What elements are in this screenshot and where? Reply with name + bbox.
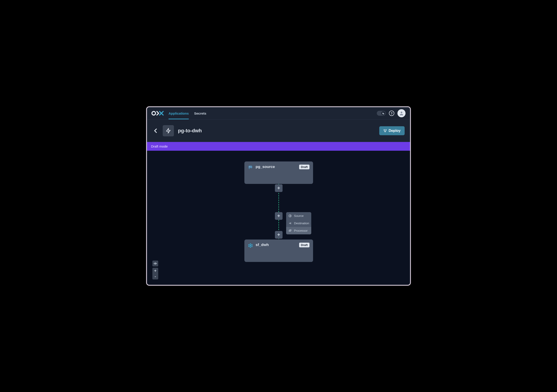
page-header: pg-to-dwh Deploy xyxy=(147,120,410,142)
menu-item-processor[interactable]: Processor xyxy=(286,227,311,234)
svg-point-9 xyxy=(155,263,156,264)
menu-item-destination[interactable]: Destination xyxy=(286,220,311,227)
processor-icon xyxy=(288,229,292,232)
deploy-label: Deploy xyxy=(389,129,401,133)
svg-point-2 xyxy=(384,129,385,130)
zoom-out-button[interactable]: - xyxy=(152,274,158,280)
app-icon xyxy=(163,125,174,136)
topbar-right: ? xyxy=(377,109,406,117)
lightning-icon xyxy=(165,128,171,134)
nav-tab-secrets[interactable]: Secrets xyxy=(194,107,206,119)
deploy-button[interactable]: Deploy xyxy=(379,126,405,135)
svg-point-1 xyxy=(401,112,402,113)
help-icon[interactable]: ? xyxy=(389,111,394,116)
postgres-icon xyxy=(248,165,253,170)
chevron-left-icon xyxy=(154,128,157,133)
page-title: pg-to-dwh xyxy=(178,128,202,134)
avatar[interactable] xyxy=(397,109,406,117)
snowflake-icon xyxy=(248,243,253,248)
back-button[interactable] xyxy=(152,128,159,134)
zoom-controls: + - xyxy=(152,268,158,280)
add-node-button[interactable]: + xyxy=(275,231,283,239)
svg-point-5 xyxy=(249,166,250,167)
destination-icon xyxy=(288,222,292,225)
zoom-in-button[interactable]: + xyxy=(152,268,158,274)
add-node-menu: Source Destination Processor xyxy=(286,212,311,234)
nav-tabs: Applications Secrets xyxy=(169,107,206,119)
status-badge: Draft xyxy=(299,165,310,169)
view-controls: + - xyxy=(152,261,158,280)
logo[interactable] xyxy=(151,110,164,116)
status-badge: Draft xyxy=(299,243,310,247)
svg-point-3 xyxy=(385,129,386,130)
menu-item-source[interactable]: Source xyxy=(286,212,311,220)
deploy-icon xyxy=(383,129,387,133)
eye-icon xyxy=(154,262,157,265)
add-node-button[interactable]: + xyxy=(275,184,283,192)
app-window: Applications Secrets ? pg-t xyxy=(146,106,411,286)
node-sf-dwh[interactable]: sf_dwh Draft xyxy=(244,240,313,262)
node-pg-source[interactable]: pg_source Draft xyxy=(244,161,313,184)
moon-icon xyxy=(381,111,385,115)
menu-label: Source xyxy=(294,214,304,217)
source-icon xyxy=(288,214,292,217)
nav-tab-applications[interactable]: Applications xyxy=(169,107,189,119)
svg-point-0 xyxy=(152,112,156,115)
menu-label: Destination xyxy=(294,222,309,225)
menu-label: Processor xyxy=(294,229,308,232)
draft-banner: Draft mode xyxy=(147,142,410,151)
topbar: Applications Secrets ? xyxy=(147,107,410,120)
add-node-button[interactable]: + xyxy=(275,212,283,220)
fit-view-button[interactable] xyxy=(152,261,158,266)
node-title: pg_source xyxy=(256,165,296,169)
theme-toggle[interactable] xyxy=(377,111,386,116)
node-title: sf_dwh xyxy=(256,243,296,247)
pipeline-canvas[interactable]: pg_source Draft + + Source Destination xyxy=(147,151,410,285)
